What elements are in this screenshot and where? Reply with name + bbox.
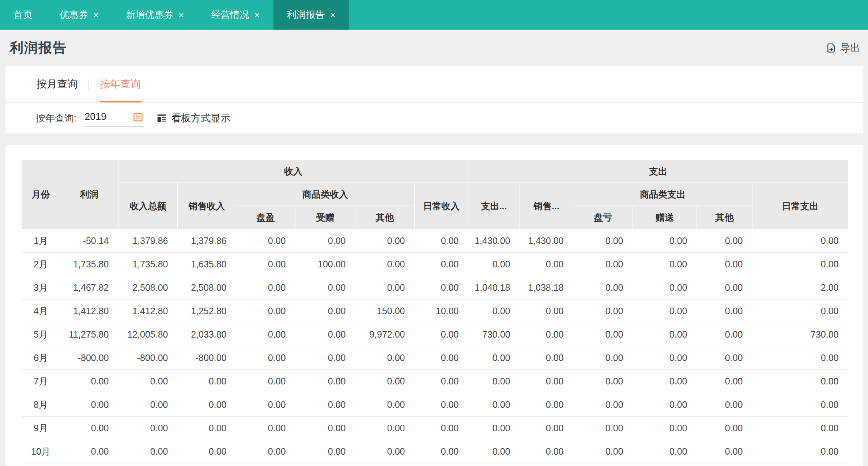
value-cell: 0.00	[295, 393, 355, 417]
value-cell: 0.00	[520, 440, 573, 463]
value-cell: 0.00	[355, 393, 415, 417]
value-cell: 730.00	[468, 323, 520, 346]
calendar-icon[interactable]	[132, 111, 144, 123]
value-cell: 0.00	[178, 440, 236, 463]
value-cell: 0.00	[633, 346, 697, 370]
table-row: 10月 0.00 0.00 0.00 0.00 0.00 0.00 0.00 0…	[22, 440, 848, 463]
value-cell: 0.00	[633, 300, 697, 323]
value-cell: 10.00	[415, 300, 468, 323]
value-cell: 1,430.00	[468, 229, 520, 253]
table-body: 1月 -50.14 1,379.86 1,379.86 0.00 0.00 0.…	[22, 229, 848, 463]
export-button[interactable]: 导出	[826, 41, 860, 55]
value-cell: 0.00	[355, 346, 415, 370]
value-cell: 0.00	[633, 229, 697, 253]
tab-label: 经营情况	[211, 8, 249, 21]
year-input[interactable]: 2019	[83, 110, 144, 127]
value-cell: 0.00	[236, 346, 295, 370]
query-panel: 按月查询 按年查询 按年查询: 2019	[5, 66, 863, 134]
tab-coupons[interactable]: 优惠券 ×	[46, 0, 112, 30]
value-cell: 0.00	[697, 323, 752, 346]
value-cell: 0.00	[752, 346, 848, 370]
col-header-sales-expense: 销售...	[520, 183, 573, 229]
value-cell: 0.00	[573, 323, 633, 346]
value-cell: 0.00	[295, 276, 355, 300]
value-cell: -50.14	[60, 229, 118, 253]
value-cell: 0.00	[236, 253, 295, 276]
value-cell: 0.00	[697, 300, 752, 323]
value-cell: 0.00	[415, 253, 468, 276]
value-cell: 0.00	[752, 229, 848, 253]
close-icon[interactable]: ×	[330, 10, 336, 20]
month-cell: 4月	[22, 300, 60, 323]
value-cell: 0.00	[520, 300, 573, 323]
value-cell: 0.00	[415, 276, 468, 300]
value-cell: 0.00	[697, 253, 752, 276]
value-cell: 100.00	[295, 253, 355, 276]
value-cell: 0.00	[573, 393, 633, 417]
tab-query-by-year[interactable]: 按年查询	[100, 66, 141, 102]
month-cell: 7月	[22, 370, 60, 393]
col-header-inventory-gain: 盘盈	[236, 206, 295, 229]
value-cell: 0.00	[236, 417, 295, 440]
tab-add-coupon[interactable]: 新增优惠券 ×	[112, 0, 197, 30]
page-title: 利润报告	[10, 39, 67, 57]
month-cell: 9月	[22, 417, 60, 440]
value-cell: 0.00	[468, 346, 520, 370]
value-cell: 0.00	[415, 323, 468, 346]
value-cell: 0.00	[573, 300, 633, 323]
value-cell: 0.00	[697, 229, 752, 253]
value-cell: 0.00	[60, 393, 118, 417]
report-table-wrap: 月份 利润 收入 支出 收入总额 销售收入 商品类收入 日常收入 支出... 销…	[5, 145, 863, 463]
value-cell: 0.00	[752, 300, 848, 323]
value-cell: 0.00	[633, 323, 697, 346]
tab-business-status[interactable]: 经营情况 ×	[197, 0, 273, 30]
tab-label: 新增优惠券	[126, 8, 173, 21]
table-row: 5月 11,275.80 12,005.80 2,033.80 0.00 0.0…	[22, 323, 848, 346]
month-cell: 1月	[22, 229, 60, 253]
value-cell: 0.00	[752, 253, 848, 276]
tab-profit-report[interactable]: 利润报告 ×	[273, 0, 349, 30]
filter-row: 按年查询: 2019	[5, 103, 863, 134]
value-cell: 0.00	[355, 229, 415, 253]
value-cell: 0.00	[295, 370, 355, 393]
close-icon[interactable]: ×	[178, 10, 184, 20]
value-cell: 0.00	[633, 276, 697, 300]
value-cell: 0.00	[468, 393, 520, 417]
tab-query-by-month[interactable]: 按月查询	[37, 66, 78, 102]
value-cell: 0.00	[468, 370, 520, 393]
value-cell: 0.00	[60, 440, 118, 463]
value-cell: 9,972.00	[355, 323, 415, 346]
tab-bar: 首页 优惠券 × 新增优惠券 × 经营情况 × 利润报告 ×	[0, 0, 868, 30]
value-cell: 0.00	[520, 323, 573, 346]
value-cell: 0.00	[415, 440, 468, 463]
col-header-gift-received: 受赠	[295, 206, 355, 229]
value-cell: 0.00	[295, 346, 355, 370]
value-cell: 0.00	[633, 417, 697, 440]
value-cell: 0.00	[697, 346, 752, 370]
col-header-inventory-loss: 盘亏	[573, 206, 633, 229]
value-cell: 0.00	[236, 440, 295, 463]
value-cell: 0.00	[355, 440, 415, 463]
value-cell: -800.00	[178, 346, 236, 370]
table-row: 6月 -800.00 -800.00 -800.00 0.00 0.00 0.0…	[22, 346, 848, 370]
board-view-button[interactable]: 看板方式显示	[156, 112, 230, 125]
month-cell: 5月	[22, 323, 60, 346]
month-cell: 3月	[22, 276, 60, 300]
value-cell: 0.00	[295, 229, 355, 253]
tab-separator	[88, 79, 89, 90]
value-cell: 0.00	[520, 346, 573, 370]
value-cell: 0.00	[752, 440, 848, 463]
tab-home[interactable]: 首页	[0, 0, 46, 30]
value-cell: 0.00	[573, 370, 633, 393]
close-icon[interactable]: ×	[254, 10, 260, 20]
section-gap	[0, 134, 868, 145]
col-group-income: 收入	[118, 160, 468, 183]
close-icon[interactable]: ×	[93, 10, 99, 20]
tab-label: 利润报告	[287, 8, 325, 21]
value-cell: 0.00	[697, 370, 752, 393]
table-row: 9月 0.00 0.00 0.00 0.00 0.00 0.00 0.00 0.…	[22, 417, 848, 440]
value-cell: 2,033.80	[178, 323, 236, 346]
value-cell: 0.00	[752, 417, 848, 440]
year-value: 2019	[84, 111, 106, 123]
value-cell: 0.00	[573, 417, 633, 440]
